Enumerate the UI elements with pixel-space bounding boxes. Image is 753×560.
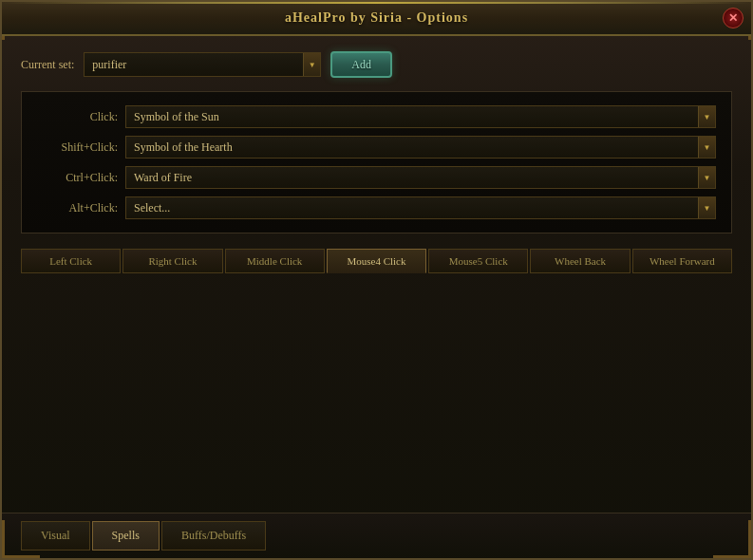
main-window: aHealPro by Siria - Options ✕ Current se… xyxy=(0,0,753,560)
shift-click-row: Shift+Click: Symbol of the Hearth ▼ xyxy=(37,136,716,159)
current-set-dropdown[interactable]: purifier ▼ xyxy=(84,52,321,77)
bottom-bar: VisualSpellsBuffs/Debuffs xyxy=(2,513,751,558)
ctrl-click-value: Ward of Fire xyxy=(126,171,698,185)
content-area: Current set: purifier ▼ Add Click: Symbo… xyxy=(2,36,751,513)
current-set-arrow-icon[interactable]: ▼ xyxy=(303,53,320,76)
shift-click-dropdown[interactable]: Symbol of the Hearth ▼ xyxy=(125,136,716,159)
tab-wheel-forward[interactable]: Wheel Forward xyxy=(632,249,732,273)
close-button[interactable]: ✕ xyxy=(723,8,744,28)
alt-click-dropdown[interactable]: Select... ▼ xyxy=(125,196,716,219)
shift-click-value: Symbol of the Hearth xyxy=(126,140,698,155)
tab-left-click[interactable]: Left Click xyxy=(21,249,121,273)
alt-click-value: Select... xyxy=(126,201,698,215)
tab-wheel-back[interactable]: Wheel Back xyxy=(530,249,630,273)
click-dropdown-wrapper: Symbol of the Sun ▼ xyxy=(125,105,716,128)
click-value: Symbol of the Sun xyxy=(126,110,698,124)
click-arrow-icon[interactable]: ▼ xyxy=(698,106,715,127)
tab-mouse4-click[interactable]: Mouse4 Click xyxy=(327,249,426,273)
bottom-tab-spells[interactable]: Spells xyxy=(92,521,160,551)
tab-mouse5-click[interactable]: Mouse5 Click xyxy=(428,249,528,273)
alt-click-dropdown-wrapper: Select... ▼ xyxy=(125,196,716,219)
click-tabs-row: Left ClickRight ClickMiddle ClickMouse4 … xyxy=(21,249,732,273)
shift-click-dropdown-wrapper: Symbol of the Hearth ▼ xyxy=(125,136,716,159)
ctrl-click-dropdown[interactable]: Ward of Fire ▼ xyxy=(125,166,716,189)
shift-click-arrow-icon[interactable]: ▼ xyxy=(698,137,715,158)
click-row: Click: Symbol of the Sun ▼ xyxy=(37,105,716,128)
alt-click-row: Alt+Click: Select... ▼ xyxy=(37,196,716,219)
tab-middle-click[interactable]: Middle Click xyxy=(225,249,325,273)
ctrl-click-label: Ctrl+Click: xyxy=(37,171,118,185)
add-button[interactable]: Add xyxy=(330,51,392,78)
bottom-tab-buffs-debuffs[interactable]: Buffs/Debuffs xyxy=(161,521,266,551)
alt-click-label: Alt+Click: xyxy=(37,201,118,215)
window-title: aHealPro by Siria - Options xyxy=(285,10,468,26)
ctrl-click-row: Ctrl+Click: Ward of Fire ▼ xyxy=(37,166,716,189)
current-set-label: Current set: xyxy=(21,58,74,72)
click-dropdown[interactable]: Symbol of the Sun ▼ xyxy=(125,105,716,128)
current-set-row: Current set: purifier ▼ Add xyxy=(21,47,732,82)
title-bar: aHealPro by Siria - Options ✕ xyxy=(2,2,751,36)
tab-right-click[interactable]: Right Click xyxy=(122,249,222,273)
shift-click-label: Shift+Click: xyxy=(37,140,118,155)
bottom-tab-visual[interactable]: Visual xyxy=(21,521,90,551)
current-set-value: purifier xyxy=(85,58,303,72)
ctrl-click-arrow-icon[interactable]: ▼ xyxy=(698,167,715,188)
ctrl-click-dropdown-wrapper: Ward of Fire ▼ xyxy=(125,166,716,189)
click-label: Click: xyxy=(37,110,118,124)
bindings-panel: Click: Symbol of the Sun ▼ Shift+Click: … xyxy=(21,91,732,233)
current-set-dropdown-wrapper: purifier ▼ xyxy=(84,52,321,77)
alt-click-arrow-icon[interactable]: ▼ xyxy=(698,197,715,218)
